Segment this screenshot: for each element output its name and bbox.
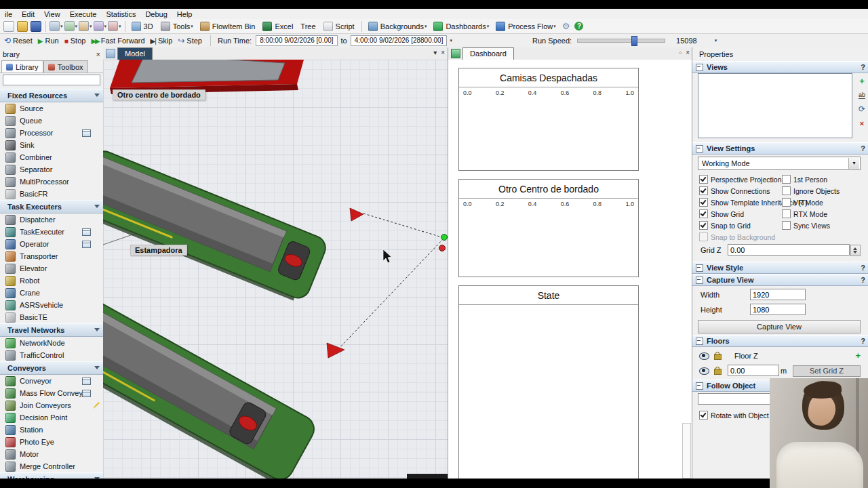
- checkbox-row[interactable]: Snap to Grid: [699, 220, 782, 231]
- menu-item[interactable]: ile: [0, 10, 17, 18]
- library-row[interactable]: Combiner: [0, 151, 103, 163]
- select-tool-button[interactable]: ▾: [50, 21, 63, 31]
- library-row[interactable]: Robot: [0, 274, 103, 287]
- settings-gear-icon[interactable]: ⚙: [562, 21, 570, 31]
- lock-icon[interactable]: [714, 369, 722, 375]
- toolbar-button[interactable]: Process Flow▾: [492, 21, 559, 32]
- checkbox-row[interactable]: RTX Mode: [782, 208, 840, 220]
- library-row[interactable]: Join Conveyors: [0, 399, 103, 411]
- grid-z-spinner[interactable]: [850, 245, 861, 256]
- library-row[interactable]: Conveyors: [0, 361, 103, 375]
- checkbox-row[interactable]: Ignore Objects: [782, 185, 840, 197]
- checkbox-box[interactable]: [782, 175, 791, 184]
- library-row[interactable]: TrafficControl: [0, 349, 103, 361]
- dashboard-scrollbar[interactable]: [682, 423, 691, 479]
- checkbox-box[interactable]: [699, 232, 708, 241]
- rename-view-icon[interactable]: ab: [859, 92, 865, 99]
- help-icon[interactable]: ?: [574, 22, 583, 30]
- capture-width-input[interactable]: [750, 289, 806, 300]
- checkbox-box[interactable]: [782, 221, 791, 230]
- library-row[interactable]: Elevator: [0, 262, 103, 274]
- library-item-extra-icon[interactable]: [93, 402, 100, 409]
- toolbar-button[interactable]: Dashboards▾: [430, 21, 492, 32]
- reset-button[interactable]: ⟲Reset: [4, 36, 33, 45]
- save-model-icon[interactable]: [31, 21, 41, 32]
- skip-button[interactable]: ▶|Skip: [151, 37, 173, 45]
- library-row[interactable]: Merge Controller: [0, 460, 103, 472]
- checkbox-box[interactable]: [782, 198, 791, 207]
- library-row[interactable]: Fixed Resources: [0, 89, 103, 102]
- add-view-icon[interactable]: +: [859, 76, 865, 86]
- library-row[interactable]: Motor: [0, 448, 103, 460]
- lock-icon[interactable]: [714, 354, 722, 360]
- library-row[interactable]: Crane: [0, 287, 103, 299]
- library-row[interactable]: ASRSvehicle: [0, 299, 103, 311]
- section-view-style[interactable]: View Style ?: [692, 262, 868, 274]
- model-pane-caret-icon[interactable]: ▾: [433, 49, 437, 56]
- library-item-extra-icon[interactable]: [82, 129, 91, 137]
- checkbox-box[interactable]: [699, 175, 708, 184]
- connect-tool-button[interactable]: ▾: [64, 21, 78, 31]
- library-row[interactable]: BasicTE: [0, 311, 103, 323]
- refresh-view-icon[interactable]: ⟳: [859, 104, 865, 114]
- menu-item[interactable]: Debug: [140, 10, 172, 18]
- help-icon[interactable]: ?: [861, 276, 865, 284]
- set-grid-z-button[interactable]: Set Grid Z: [793, 365, 861, 377]
- library-row[interactable]: BasicFR: [0, 188, 103, 200]
- library-item-extra-icon[interactable]: [82, 241, 91, 248]
- library-item-extra-icon[interactable]: [82, 378, 91, 385]
- help-icon[interactable]: ?: [861, 144, 865, 152]
- checkbox-box[interactable]: [782, 209, 791, 218]
- library-row[interactable]: Source: [0, 102, 103, 115]
- section-view-settings[interactable]: View Settings ?: [692, 142, 868, 155]
- conveyor-estampadora[interactable]: [103, 148, 329, 305]
- help-icon[interactable]: ?: [861, 63, 865, 71]
- toolbar-button[interactable]: Tree: [297, 21, 319, 32]
- run-speed-slider-thumb[interactable]: [631, 36, 637, 46]
- walk-tool-button[interactable]: ▾: [94, 21, 107, 31]
- port-node-red[interactable]: [439, 245, 446, 251]
- library-row[interactable]: Photo Eye: [0, 436, 103, 448]
- step-button[interactable]: ↪Step: [178, 36, 202, 45]
- library-row[interactable]: Operator: [0, 238, 103, 250]
- checkbox-box[interactable]: [699, 221, 708, 230]
- library-row[interactable]: Processor: [0, 127, 103, 139]
- collapse-icon[interactable]: [696, 145, 703, 152]
- working-mode-select[interactable]: Working Mode ▾: [698, 157, 861, 170]
- run-speed-slider[interactable]: [577, 39, 665, 43]
- library-row[interactable]: Station: [0, 424, 103, 436]
- checkbox-row[interactable]: Snap to Background: [699, 231, 782, 243]
- tab-model[interactable]: Model: [117, 47, 153, 60]
- checkbox-box[interactable]: [699, 209, 708, 218]
- chevron-down-icon[interactable]: ▾: [848, 158, 859, 169]
- collapse-icon[interactable]: [696, 264, 703, 272]
- grid-z-input[interactable]: [728, 244, 850, 256]
- run-button[interactable]: ▶Run: [38, 37, 59, 45]
- run-time-end-field[interactable]: 4:00:00 9/02/2026 [28800.00]: [351, 35, 448, 46]
- collapse-icon[interactable]: [696, 277, 703, 284]
- library-row[interactable]: Transporter: [0, 250, 103, 262]
- capture-height-input[interactable]: [750, 304, 806, 315]
- library-row[interactable]: Decision Point: [0, 411, 103, 424]
- tab-toolbox[interactable]: Toolbox: [43, 60, 88, 73]
- 3d-scene[interactable]: Otro centro de bordado Estampadora: [103, 60, 448, 479]
- checkbox-row[interactable]: Perspective Projection: [699, 174, 782, 185]
- help-icon[interactable]: ?: [861, 264, 865, 272]
- library-row[interactable]: Task Executers: [0, 200, 103, 214]
- menu-item[interactable]: Help: [172, 10, 197, 18]
- menu-item[interactable]: Execute: [65, 10, 102, 18]
- views-listbox[interactable]: [698, 73, 852, 138]
- toolbar-button[interactable]: Tools▾: [157, 21, 197, 32]
- conveyor-lower[interactable]: [103, 298, 319, 479]
- toolbar-button[interactable]: FlowItem Bin: [197, 21, 260, 32]
- create-tool-button[interactable]: ▾: [79, 21, 92, 31]
- library-item-extra-icon[interactable]: [82, 228, 91, 236]
- library-row[interactable]: Warehousing: [0, 472, 103, 479]
- checkbox-row[interactable]: 1st Person: [782, 174, 840, 185]
- floor-z-input[interactable]: [728, 365, 779, 376]
- new-model-icon[interactable]: [3, 21, 14, 32]
- checkbox-row[interactable]: Sync Views: [782, 220, 840, 231]
- fast-forward-button[interactable]: ▶▶Fast Forward: [91, 37, 144, 45]
- library-row[interactable]: Travel Networks: [0, 323, 103, 337]
- run-speed-caret-icon[interactable]: ▾: [715, 38, 717, 43]
